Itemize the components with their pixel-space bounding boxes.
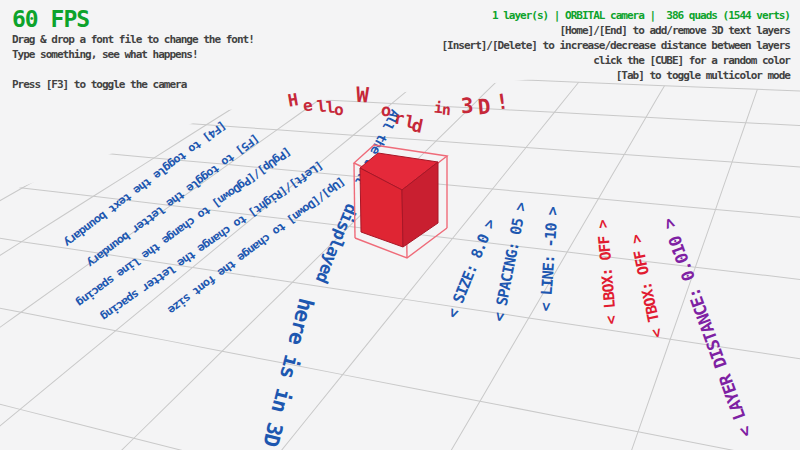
hud-right: 1 layer(s) | ORBITAL camera | 386 quads …	[441, 8, 790, 83]
hello-letter: D	[477, 96, 491, 118]
hello-letter: W	[355, 85, 369, 107]
fps-counter: 60 FPS	[12, 6, 254, 32]
hint-cube-color: click the [CUBE] for a random color	[441, 53, 790, 68]
hint-layer-distance: [Insert]/[Delete] to increase/decrease d…	[441, 38, 790, 53]
hint-layers: [Home]/[End] to add/remove 3D text layer…	[441, 23, 790, 38]
cube-body[interactable]	[360, 153, 438, 247]
hello-letter: o	[380, 102, 392, 120]
hello-letter: !	[495, 91, 510, 114]
hint-drag-drop: Drag & drop a font file to change the fo…	[12, 32, 254, 47]
hello-letter: o	[334, 102, 344, 118]
hint-camera-toggle: Press [F3] to toggle the camera	[12, 77, 254, 92]
hint-multicolor: [Tab] to toggle multicolor mode	[441, 68, 790, 83]
hello-letter: 3	[460, 96, 474, 118]
hello-letter: n	[441, 103, 451, 119]
hint-spacer	[12, 62, 254, 77]
hint-type: Type something, see what happens!	[12, 47, 254, 62]
hello-letter: e	[302, 97, 314, 114]
hud-left: 60 FPS Drag & drop a font file to change…	[12, 6, 254, 92]
status-line: 1 layer(s) | ORBITAL camera | 386 quads …	[441, 8, 790, 23]
viewport-3d[interactable]: [F4] to toggle the text boundary[F5] to …	[0, 0, 800, 450]
